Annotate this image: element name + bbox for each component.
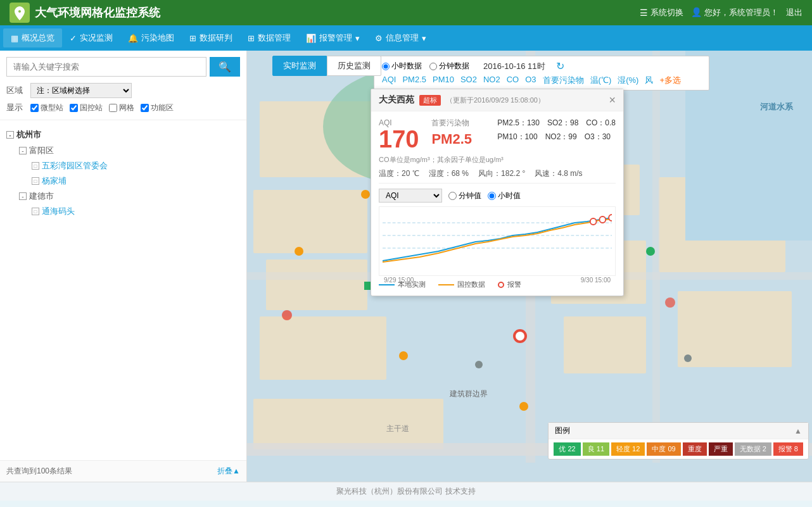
svg-point-0 — [16, 9, 18, 11]
region-label: 区域 — [6, 85, 25, 96]
legend-panel: 图例 ▲ 优 22 良 11 轻度 12 中度 09 重度 严重 无数据 2 报… — [548, 422, 809, 460]
chart-metric-select[interactable]: AQI — [379, 189, 442, 203]
stats-row1: PM2.5：130 SO2：98 CO：0.8 — [497, 118, 616, 128]
marker-red-partial[interactable] — [282, 310, 292, 320]
display-label: 显示 — [6, 102, 25, 113]
chart-x-labels: 9/29 15:00 9/30 15:00 — [383, 277, 612, 284]
tree-station-yangjiapu[interactable]: □ 杨家埔 — [6, 173, 240, 189]
region-select[interactable]: 注：区域树选择 — [30, 83, 132, 98]
nav-item-alarm[interactable]: 📊 报警管理 ▾ — [298, 28, 367, 47]
legend-collapse-icon[interactable]: ▲ — [794, 427, 802, 435]
radio-minute-chart[interactable]: 分钟值 — [448, 191, 481, 201]
monitor-tabs: 实时监测 历史监测 — [272, 56, 381, 76]
legend-bar-heavy: 重度 — [683, 442, 707, 456]
radio-hour-chart[interactable]: 小时值 — [488, 191, 521, 201]
popup-aqi-row: AQI 170 首要污染物 PM2.5 PM2.5：130 SO2：98 CO：… — [379, 118, 616, 151]
legend-local-line — [379, 284, 395, 285]
station-link[interactable]: 五彩湾园区管委会 — [42, 160, 108, 172]
marker-red-partial2[interactable] — [665, 297, 675, 308]
popup-note: CO单位是mg/m³；其余因子单位是ug/m³ — [379, 155, 616, 165]
chart-x-start: 9/29 15:00 — [384, 277, 414, 284]
system-switch[interactable]: ☰ 系统切换 — [640, 7, 683, 18]
marker-orange-3[interactable] — [399, 351, 408, 360]
pollutant-block: 首要污染物 PM2.5 — [431, 118, 472, 149]
marker-gray-1[interactable] — [475, 361, 483, 368]
result-count: 共查询到100条结果 — [6, 466, 72, 477]
tag-primary[interactable]: 首要污染物 — [543, 75, 584, 86]
wind-speed-value: 风速：4.8 m/s — [535, 168, 582, 179]
tree-station-tonghai[interactable]: □ 通海码头 — [6, 204, 240, 219]
checkbox-micro[interactable]: 微型站 — [30, 103, 63, 113]
tag-more[interactable]: +多选 — [659, 75, 681, 86]
main-content: 🔍 区域 注：区域树选择 显示 微型站 国控站 网格 功能区 — [0, 51, 812, 482]
app-title: 大气环境网格化监控系统 — [35, 5, 160, 20]
grid-icon: ▦ — [11, 34, 18, 43]
tab-realtime[interactable]: 实时监测 — [272, 56, 327, 76]
collapse-button[interactable]: 折叠▲ — [217, 466, 240, 477]
svg-point-5 — [590, 218, 597, 225]
alarm-arrow-icon: ▾ — [355, 34, 360, 43]
logout-button[interactable]: 退出 — [786, 7, 802, 18]
stats-row2: PM10：100 NO2：99 O3：30 — [497, 132, 616, 142]
popup-close-button[interactable]: × — [609, 94, 616, 106]
checkbox-national[interactable]: 国控站 — [70, 103, 103, 113]
radio-hourly[interactable]: 小时数据 — [382, 61, 422, 72]
tag-aqi[interactable]: AQI — [382, 75, 396, 86]
chart-x-end: 9/30 15:00 — [581, 277, 611, 284]
svg-point-7 — [609, 215, 612, 221]
checkbox-functional[interactable]: 功能区 — [141, 103, 174, 113]
marker-gray-2[interactable] — [684, 354, 692, 362]
station2-link[interactable]: 杨家埔 — [42, 175, 67, 187]
tag-temp[interactable]: 温(℃) — [590, 75, 612, 86]
table-icon: ⊞ — [189, 34, 196, 43]
temp-value: 温度：20 ℃ — [379, 168, 419, 179]
tag-co[interactable]: CO — [507, 75, 519, 86]
search-button[interactable]: 🔍 — [210, 57, 240, 77]
pm25-stat: PM2.5：130 — [497, 118, 540, 128]
header: 大气环境网格化监控系统 ☰ 系统切换 👤 您好，系统管理员！ 退出 — [0, 0, 812, 25]
tag-wind[interactable]: 风 — [645, 75, 653, 86]
radio-minute[interactable]: 分钟数据 — [429, 61, 469, 72]
refresh-icon[interactable]: ↻ — [556, 60, 564, 72]
svg-point-6 — [599, 216, 606, 223]
popup-title: 大关西苑 — [379, 94, 414, 106]
bell-icon: 🔔 — [128, 34, 138, 43]
marker-orange-2[interactable] — [295, 247, 303, 256]
humidity-value: 湿度：68 % — [429, 168, 469, 179]
nav-item-pollution[interactable]: 🔔 污染地图 — [120, 28, 182, 47]
tag-humidity[interactable]: 湿(%) — [618, 75, 638, 86]
marker-red-circle[interactable] — [513, 329, 527, 343]
data-options-row2: AQI PM2.5 PM10 SO2 NO2 CO O3 首要污染物 温(℃) … — [382, 75, 701, 86]
nav-item-data-mgmt[interactable]: ⊞ 数据管理 — [240, 28, 298, 47]
expand-city-icon[interactable]: - — [6, 131, 14, 139]
nav-item-analysis[interactable]: ⊞ 数据研判 — [182, 28, 240, 47]
nav-item-monitor[interactable]: ✓ 实况监测 — [62, 28, 120, 47]
nav-item-info[interactable]: ⚙ 信息管理 ▾ — [367, 28, 434, 47]
tag-pm10[interactable]: PM10 — [433, 75, 454, 86]
expand-district2-icon[interactable]: - — [19, 192, 27, 200]
tree-station-wucaiwang[interactable]: □ 五彩湾园区管委会 — [6, 158, 240, 173]
expand-district-icon[interactable]: - — [19, 147, 27, 154]
tag-pm25[interactable]: PM2.5 — [402, 75, 426, 86]
marker-green-1[interactable] — [646, 247, 655, 256]
checkbox-grid[interactable]: 网格 — [109, 103, 134, 113]
legend-bar-light: 轻度 12 — [611, 442, 645, 456]
station3-link[interactable]: 通海码头 — [42, 206, 75, 217]
tree-district-fuyang: - 富阳区 — [6, 143, 240, 158]
marker-orange-1[interactable] — [361, 190, 370, 199]
nav-item-overview[interactable]: ▦ 概况总览 — [3, 28, 62, 47]
map-area: 河道水系 建筑群边界 主干道 实时监测 历史监测 小时数据 分钟数据 2016-… — [247, 51, 812, 482]
tag-o3[interactable]: O3 — [525, 75, 536, 86]
search-input[interactable] — [6, 57, 206, 77]
pollutant-value: PM2.5 — [431, 128, 472, 149]
pollutant-label: 首要污染物 — [431, 118, 472, 128]
tag-so2[interactable]: SO2 — [460, 75, 477, 86]
legend-bar-excellent: 优 22 — [554, 442, 580, 456]
nav-bar: ▦ 概况总览 ✓ 实况监测 🔔 污染地图 ⊞ 数据研判 ⊞ 数据管理 📊 报警管… — [0, 25, 812, 51]
o3-stat: O3：30 — [585, 132, 611, 142]
check-icon: ✓ — [70, 34, 77, 43]
tag-no2[interactable]: NO2 — [483, 75, 500, 86]
marker-orange-4[interactable] — [519, 402, 528, 411]
tab-history[interactable]: 历史监测 — [327, 56, 381, 76]
popup-stats: PM2.5：130 SO2：98 CO：0.8 PM10：100 NO2：99 … — [497, 118, 616, 142]
